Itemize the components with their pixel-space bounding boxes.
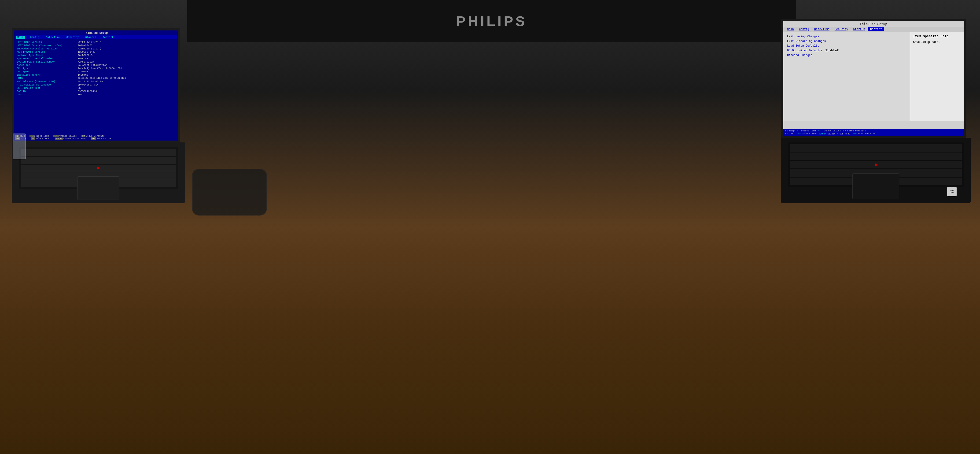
table-row: Embedded Controller Version N2EHT26W (1.…	[17, 47, 175, 50]
right-bios-title: ThinkPad Setup	[783, 21, 964, 27]
right-menu-exit-discarding[interactable]: Exit Discarding Changes	[787, 40, 906, 43]
right-nav-startup[interactable]: Startup	[851, 27, 867, 31]
table-row: OA3 ID 3305094672416	[17, 90, 175, 93]
left-trackpoint	[97, 167, 100, 169]
table-row: System board serial number W2KS87U101M	[17, 61, 175, 63]
right-bios-menu: Exit Saving Changes Exit Discarding Chan…	[783, 32, 910, 121]
right-nav-config[interactable]: Config	[797, 27, 811, 31]
right-help-title: Item Specific Help	[913, 34, 961, 38]
left-bios-content: UEFI BIOS Version N2EET41W (1.23 ) UEFI …	[15, 39, 177, 98]
table-row: Preinstalled OS License SDK0J40697 WIN	[17, 83, 175, 86]
table-row: MAC Address (Internal LAN) 48 2A E3 0D 4…	[17, 80, 175, 83]
right-bios-body: Exit Saving Changes Exit Discarding Chan…	[783, 32, 964, 121]
left-nav-security[interactable]: Security	[65, 36, 80, 39]
philips-monitor: PHILIPS	[187, 0, 796, 42]
table-row: Asset Tag No Asset Information	[17, 64, 175, 67]
table-row: UEFI Secure Boot On	[17, 87, 175, 89]
left-bios-navbar: Main Config Date/Time Security Startup R…	[15, 35, 177, 39]
qtip-cup	[13, 134, 26, 159]
table-row: Machine Type Model 20MD0022US	[17, 54, 175, 57]
table-row: UUID 6bcb1e4c-2945-11b2-a85c-c7f7516261a…	[17, 77, 175, 80]
monitor-brand-label: PHILIPS	[456, 13, 527, 29]
table-row: UEFI BIOS Date (Year-Month-Day) 2019-07-…	[17, 44, 175, 47]
table-row: CPU Speed 2.600GHz	[17, 70, 175, 73]
right-laptop-base: intelCore	[781, 138, 970, 203]
left-bios-footer: F1Help ↑↓Select Item +/-Change Values F9…	[14, 134, 178, 140]
right-bios-footer: F1 Help ↑↓ Select Item +/- Change Values…	[783, 129, 964, 136]
right-nav-datetime[interactable]: Date/Time	[812, 27, 831, 31]
right-bios-navbar: Main Config Date/Time Security Startup R…	[783, 27, 964, 32]
left-nav-main[interactable]: Main	[16, 36, 25, 39]
table-row: Installed memory 16384MB	[17, 73, 175, 76]
table-row: ME Firmware Version 12.0.35-1427	[17, 51, 175, 53]
table-row: OA2 Yes	[17, 93, 175, 96]
right-bios-screen: ThinkPad Setup Main Config Date/Time Sec…	[783, 21, 964, 136]
left-nav-restart[interactable]: Restart	[101, 36, 115, 39]
left-bios-title: ThinkPad Setup	[15, 31, 177, 35]
right-menu-discard-changes[interactable]: Discard Changes	[787, 54, 906, 57]
right-intel-badge: intelCore	[947, 187, 956, 196]
right-menu-os-optimized[interactable]: OS Optimized Defaults [Enabled]	[787, 49, 906, 52]
laptop-left: ThinkPad Setup Main Config Date/Time Sec…	[12, 28, 185, 203]
left-nav-config[interactable]: Config	[29, 36, 41, 39]
right-help-text: Save Setup data.	[913, 40, 961, 44]
right-screen-bezel: ThinkPad Setup Main Config Date/Time Sec…	[781, 19, 966, 138]
table-row: CPU Type Intel(R) Core(TM) i7-8850H CPU	[17, 67, 175, 70]
laptop-bag	[192, 169, 267, 215]
right-bios-help-panel: Item Specific Help Save Setup data.	[910, 32, 964, 121]
left-laptop-base	[12, 142, 185, 203]
left-bios-screen: ThinkPad Setup Main Config Date/Time Sec…	[14, 30, 178, 140]
left-screen-bezel: ThinkPad Setup Main Config Date/Time Sec…	[12, 28, 180, 143]
right-nav-main[interactable]: Main	[785, 27, 796, 31]
left-trackpad[interactable]	[77, 177, 119, 200]
left-nav-datetime[interactable]: Date/Time	[45, 36, 61, 39]
right-menu-load-defaults[interactable]: Load Setup Defaults	[787, 44, 906, 48]
table-row: System-unit serial number R90RCU32	[17, 57, 175, 60]
right-menu-exit-saving[interactable]: Exit Saving Changes	[787, 35, 906, 38]
right-trackpoint	[875, 164, 877, 166]
right-nav-security[interactable]: Security	[833, 27, 850, 31]
left-nav-startup[interactable]: Startup	[84, 36, 97, 39]
table-row: UEFI BIOS Version N2EET41W (1.23 )	[17, 41, 175, 43]
laptop-right: ThinkPad Setup Main Config Date/Time Sec…	[781, 19, 973, 203]
right-trackpad[interactable]	[853, 174, 899, 199]
right-nav-restart[interactable]: Restart	[868, 27, 884, 31]
